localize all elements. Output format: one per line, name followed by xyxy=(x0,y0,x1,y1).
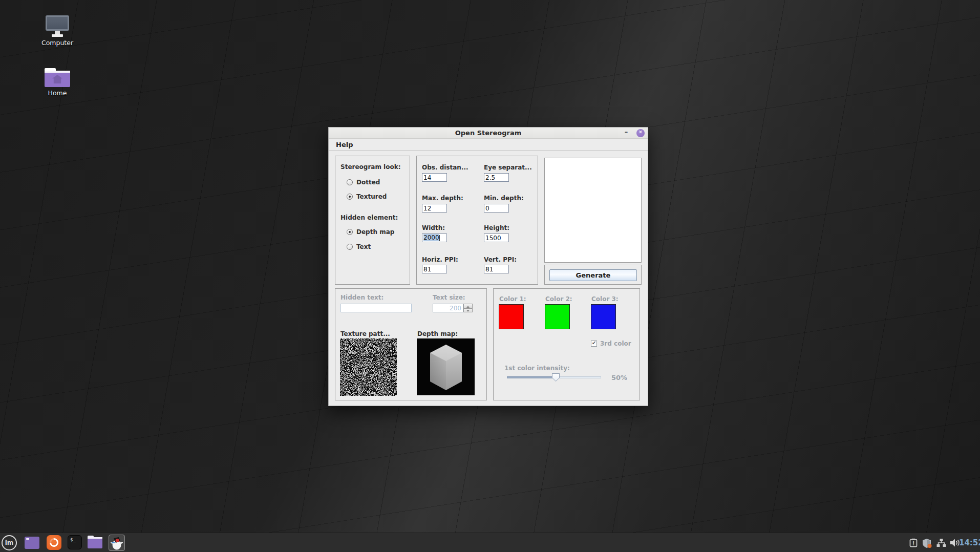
horiz-ppi-field[interactable] xyxy=(422,265,447,273)
taskbar-clock[interactable]: 14:52 xyxy=(959,538,980,547)
terminal-icon[interactable]: $_ xyxy=(68,535,82,549)
spinner-up-icon[interactable] xyxy=(463,304,473,308)
close-icon[interactable] xyxy=(636,129,645,137)
color2-swatch[interactable] xyxy=(545,304,570,329)
desktop-icon-computer[interactable]: Computer xyxy=(33,15,82,47)
hidden-text-label: Hidden text: xyxy=(340,294,384,301)
vert-ppi-field[interactable] xyxy=(484,265,509,273)
look-panel: Stereogram look: Dotted Textured Hidden … xyxy=(335,156,410,285)
color1-swatch[interactable] xyxy=(499,304,524,329)
titlebar[interactable]: Open Stereogram – xyxy=(329,128,648,139)
radio-icon xyxy=(347,179,353,185)
radio-text[interactable]: Text xyxy=(347,243,371,250)
hidden-section-title: Hidden element: xyxy=(340,214,398,221)
desktop-icon-label: Computer xyxy=(33,39,82,47)
width-field[interactable]: 2000 xyxy=(422,233,447,242)
depth-map-label: Depth map: xyxy=(417,330,458,337)
intensity-slider[interactable] xyxy=(507,373,601,381)
look-section-title: Stereogram look: xyxy=(340,163,401,171)
third-color-checkbox[interactable]: 3rd color xyxy=(591,340,631,347)
height-label: Height: xyxy=(484,224,509,231)
clipboard-update-icon[interactable]: ! xyxy=(909,538,918,549)
eye-separation-label: Eye separat... xyxy=(484,164,532,171)
software-manager-icon[interactable] xyxy=(25,535,39,549)
depth-map-image[interactable] xyxy=(417,338,475,395)
checkbox-icon xyxy=(591,341,597,347)
horiz-ppi-label: Horiz. PPI: xyxy=(422,256,458,263)
spinner-down-icon[interactable] xyxy=(463,308,473,313)
minimize-button[interactable]: – xyxy=(622,129,630,137)
vert-ppi-label: Vert. PPI: xyxy=(484,256,517,263)
text-size-spinner[interactable]: 200 xyxy=(433,304,473,312)
taskbar: lm $_ ! xyxy=(0,533,980,552)
depth-map-prism-graphic xyxy=(417,338,475,395)
mint-menu-icon[interactable]: lm xyxy=(2,535,17,550)
open-stereogram-window: Open Stereogram – Help Stereogram look: … xyxy=(328,127,648,406)
intensity-value: 50% xyxy=(611,374,627,381)
computer-icon xyxy=(33,15,82,37)
hidden-content-panel: Hidden text: Text size: 200 Texture patt… xyxy=(335,288,487,400)
text-size-label: Text size: xyxy=(433,294,465,301)
file-manager-icon[interactable] xyxy=(88,535,102,548)
preview-area xyxy=(544,158,642,263)
menu-help[interactable]: Help xyxy=(333,141,356,148)
duke-mascot-icon xyxy=(109,535,124,550)
obs-distance-field[interactable] xyxy=(422,173,447,182)
color3-swatch[interactable] xyxy=(591,304,616,329)
texture-pattern-label: Texture patt... xyxy=(340,330,390,337)
desktop-icon-label: Home xyxy=(33,89,82,97)
height-field[interactable] xyxy=(484,233,509,242)
texture-pattern-image[interactable] xyxy=(340,338,397,396)
params-panel: Obs. distan... Eye separat... Max. depth… xyxy=(416,156,538,285)
color1-label: Color 1: xyxy=(499,295,526,303)
network-icon[interactable] xyxy=(936,538,946,549)
intensity-label: 1st color intensity: xyxy=(504,365,570,372)
generate-button[interactable]: Generate xyxy=(549,269,637,281)
min-depth-field[interactable] xyxy=(484,204,509,213)
home-folder-icon xyxy=(45,68,70,87)
hidden-text-field[interactable] xyxy=(340,304,412,312)
max-depth-label: Max. depth: xyxy=(422,195,463,202)
radio-textured[interactable]: Textured xyxy=(347,193,387,200)
generate-panel: Generate xyxy=(544,265,642,285)
radio-depth-map[interactable]: Depth map xyxy=(347,228,394,236)
width-label: Width: xyxy=(422,224,445,231)
eye-separation-field[interactable] xyxy=(484,173,509,182)
window-title: Open Stereogram xyxy=(329,129,648,137)
radio-icon xyxy=(347,194,353,200)
text-caret xyxy=(439,235,440,241)
svg-text:!: ! xyxy=(912,541,915,546)
min-depth-label: Min. depth: xyxy=(484,195,524,202)
color2-label: Color 2: xyxy=(545,295,572,303)
radio-icon xyxy=(347,229,353,235)
colors-panel: Color 1: Color 2: Color 3: 3rd color 1st… xyxy=(493,288,640,400)
texture-pattern-canvas xyxy=(340,338,397,396)
radio-dotted[interactable]: Dotted xyxy=(347,179,380,186)
color3-label: Color 3: xyxy=(591,295,619,303)
java-stereogram-app-icon[interactable] xyxy=(109,535,125,551)
desktop-wallpaper: Computer Home Open Stereogram – Help Ste… xyxy=(0,0,980,552)
obs-distance-label: Obs. distan... xyxy=(422,164,468,171)
web-browser-icon[interactable] xyxy=(47,535,61,550)
max-depth-field[interactable] xyxy=(422,204,447,213)
shield-security-icon[interactable] xyxy=(922,538,933,550)
menubar: Help xyxy=(329,139,648,151)
desktop-icon-home[interactable]: Home xyxy=(33,68,82,97)
slider-thumb[interactable] xyxy=(552,373,560,381)
radio-icon xyxy=(347,244,353,250)
